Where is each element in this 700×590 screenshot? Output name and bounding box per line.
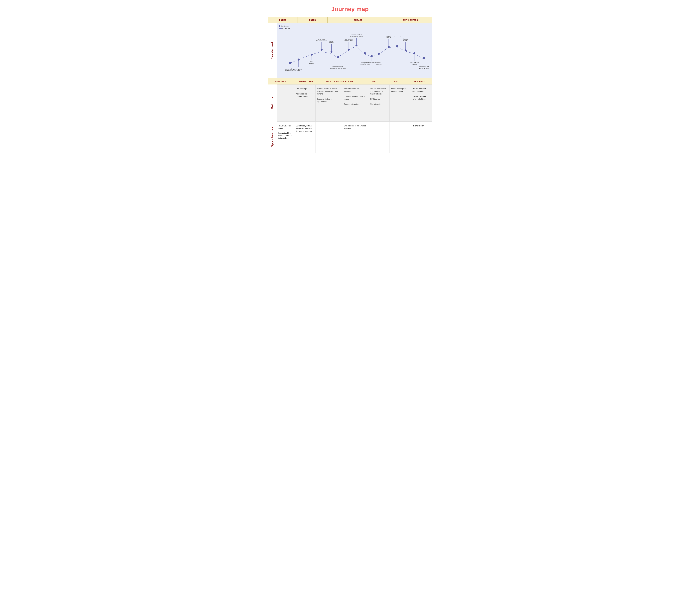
opp-item: Give discount on full advance payments	[344, 125, 367, 130]
svg-text:their experience: their experience	[419, 68, 429, 69]
opp-grid: Tie up with local stores Informative blo…	[277, 122, 432, 153]
delight-item: Reward credits on giving feedback	[412, 88, 430, 93]
svg-text:price: price	[297, 70, 300, 71]
delight-item: Option of payment on end of service	[344, 95, 367, 100]
delights-use: Pictures and updates on the pet sent at …	[368, 85, 389, 121]
svg-text:Choose a service/: Choose a service/	[316, 40, 327, 41]
svg-text:Rate and review: Rate and review	[419, 66, 429, 67]
excitement-chart: Searches for pet services/products Compa…	[277, 23, 432, 78]
phase-enter: ENTER	[298, 17, 327, 23]
tp-dot-13	[396, 45, 398, 47]
phase-use: USE	[361, 78, 386, 85]
opp-research: Tie up with local stores Informative blo…	[277, 122, 294, 153]
tp-dot-14	[405, 50, 407, 52]
tp-label-1: Searches for pet	[285, 68, 295, 70]
phase-exit-extend: EXIT & EXTEND	[389, 17, 432, 23]
opportunities-row: Opportunities Tie up with local stores I…	[268, 122, 432, 153]
svg-text:Select suitable: Select suitable	[344, 40, 354, 41]
opp-item: Tie up with local stores	[279, 125, 293, 130]
svg-text:Browses: Browses	[329, 42, 334, 43]
svg-text:reviews: reviews	[309, 63, 314, 64]
svg-text:Compares: Compares	[295, 68, 302, 70]
opp-select-detail	[315, 122, 342, 153]
svg-text:their pet: their pet	[386, 35, 391, 37]
bottom-phase-header: RESEARCH SIGNUP/LOGIN SELECT & BOOK/PURC…	[268, 78, 432, 85]
svg-text:Make: Make	[377, 62, 381, 63]
opportunities-section: Tie up with local stores Informative blo…	[277, 122, 432, 153]
delights-label: Delights	[268, 85, 277, 122]
delights-research	[277, 85, 294, 121]
tp-dot-6	[337, 56, 339, 58]
phase-entice: ENTICE	[268, 17, 298, 23]
opp-item: Build trust by getting all relevant deta…	[296, 125, 313, 132]
excitement-row: Exicitement Touchpoints Excitement	[268, 23, 432, 78]
tp-dot-7	[347, 49, 349, 51]
svg-text:open store: open store	[318, 38, 325, 40]
delight-item: One step login	[296, 88, 313, 90]
delights-select-detail: Detailed profiles of service providers w…	[315, 85, 342, 121]
opp-exit	[390, 122, 411, 153]
opportunities-label: Opportunities	[268, 122, 277, 153]
opp-signup: Build trust by getting all relevant deta…	[294, 122, 315, 153]
svg-text:filter options: filter options	[345, 38, 353, 40]
excitement-label: Exicitement	[268, 23, 277, 78]
svg-text:payment: payment	[376, 63, 382, 65]
opp-feedback: Referral system	[411, 122, 432, 153]
opp-select-book: Give discount on full advance payments	[342, 122, 368, 153]
delights-exit: Locate sitter's place through the app	[390, 85, 411, 121]
tp-dot-16	[423, 57, 425, 59]
delights-row: Delights One step login Active booking u…	[268, 85, 432, 122]
delight-item: Map integration	[370, 103, 388, 105]
svg-text:payment: payment	[412, 63, 417, 65]
svg-text:from other users: from other users	[360, 63, 370, 65]
opp-use	[368, 122, 389, 153]
tp-dot-5	[330, 51, 332, 53]
svg-text:Get options of service: Get options of service	[349, 35, 363, 37]
tp-dot-15	[413, 52, 415, 54]
svg-text:their pet: their pet	[403, 38, 408, 40]
svg-text:providers/products: providers/products	[351, 34, 362, 35]
phase-research: RESEARCH	[268, 78, 293, 85]
excitement-section: Touchpoints Excitement Searches for pet …	[277, 23, 432, 78]
opp-item: Referral system	[412, 125, 430, 127]
legend: Touchpoints Excitement	[279, 25, 290, 30]
delight-item: Applicable discounts displayed	[344, 88, 367, 93]
svg-text:Drop off: Drop off	[386, 37, 391, 38]
delight-item: Pictures and updates on the pet sent at …	[370, 88, 388, 95]
svg-text:Make balance: Make balance	[410, 62, 419, 63]
top-phase-header: ENTICE ENTER ENGAGE EXIT & EXTEND	[268, 17, 432, 23]
delight-item: In-app reminders of appointments	[317, 98, 340, 103]
legend-dashed-icon	[279, 28, 282, 28]
tp-dot-10	[371, 55, 373, 57]
tp-dot-12	[388, 46, 390, 48]
delight-item: Locate sitter's place through the app	[391, 88, 409, 93]
delight-item: Calendar integration	[344, 103, 367, 105]
delights-section: One step login Active booking updates sh…	[277, 85, 432, 122]
legend-touchpoints: Touchpoints	[281, 25, 289, 27]
delight-item: Active booking updates shown	[296, 93, 313, 98]
excitement-line	[290, 46, 423, 63]
delights-grid: One step login Active booking updates sh…	[277, 85, 432, 121]
delight-item: GPS tracking	[370, 98, 388, 100]
phase-signup: SIGNUP/LOGIN	[293, 78, 318, 85]
opp-item: Informative blogs to direct searches to …	[279, 132, 293, 139]
tp-dot-11	[378, 53, 380, 55]
tp-dot-4	[320, 49, 322, 51]
phase-select: SELECT & BOOK/PURCHASE	[318, 78, 361, 85]
svg-text:through: through	[329, 40, 334, 42]
phase-exit: EXIT	[386, 78, 407, 85]
phase-feedback: FEEDBACK	[407, 78, 432, 85]
page-title: Journey map	[268, 6, 432, 13]
legend-dot-icon	[279, 25, 280, 27]
svg-text:services/products: services/products	[285, 70, 296, 71]
delights-signup: One step login Active booking updates sh…	[294, 85, 315, 121]
delights-select-book: Applicable discounts displayed Option of…	[342, 85, 368, 121]
tp-dot-8	[356, 44, 357, 46]
svg-text:Pick up: Pick up	[403, 40, 408, 41]
delights-feedback: Reward credits on giving feedback Reward…	[411, 85, 432, 121]
svg-text:deciding to book/purchase: deciding to book/purchase	[330, 68, 346, 69]
delight-item: Detailed profiles of service providers w…	[317, 88, 340, 95]
svg-text:Signup/login upon &: Signup/login upon &	[332, 66, 344, 67]
svg-text:Read: Read	[310, 61, 313, 63]
phase-engage: ENGAGE	[327, 17, 389, 23]
